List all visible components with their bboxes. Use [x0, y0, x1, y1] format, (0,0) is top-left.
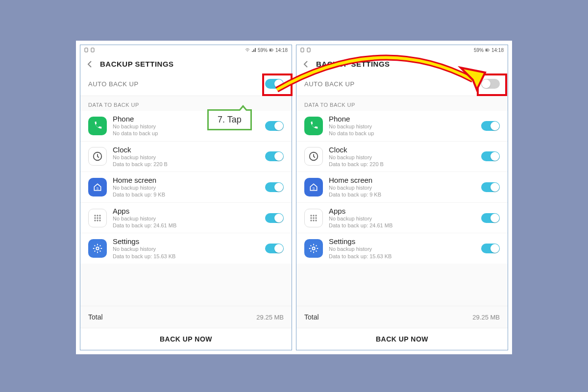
auto-backup-toggle[interactable]	[265, 79, 284, 89]
items-list: PhoneNo backup historyNo data to back up…	[80, 111, 292, 264]
svg-rect-0	[85, 48, 88, 52]
svg-point-24	[310, 215, 312, 216]
signal-icon	[251, 48, 256, 52]
item-sub1: No backup history	[329, 245, 481, 252]
auto-backup-label: AUTO BACK UP	[304, 80, 355, 88]
svg-text:S: S	[313, 187, 315, 190]
clock-time: 14:18	[491, 48, 504, 53]
svg-point-33	[312, 247, 315, 250]
item-toggle[interactable]	[481, 121, 500, 131]
status-bar: 59% 14:18	[296, 45, 508, 55]
backup-item: PhoneNo backup historyNo data to back up	[296, 111, 508, 141]
auto-backup-label: AUTO BACK UP	[88, 80, 139, 88]
screen-header: BACKUP SETTINGS	[296, 55, 508, 72]
backup-item: ClockNo backup historyData to back up: 2…	[80, 141, 292, 172]
svg-point-13	[94, 220, 96, 221]
svg-point-27	[310, 217, 312, 219]
item-title: Apps	[329, 207, 481, 215]
svg-rect-20	[489, 49, 489, 50]
item-sub2: Data to back up: 15.63 KB	[329, 253, 481, 260]
item-toggle[interactable]	[265, 182, 284, 192]
item-sub1: No backup history	[113, 215, 265, 222]
battery-icon	[485, 48, 490, 52]
sim-icon	[300, 48, 305, 52]
item-sub2: No data to back up	[329, 130, 481, 137]
svg-rect-18	[307, 48, 310, 52]
item-toggle[interactable]	[481, 151, 500, 161]
item-title: Home screen	[113, 176, 265, 184]
svg-point-26	[315, 215, 317, 216]
status-bar: 59% 14:18	[80, 45, 292, 55]
item-toggle[interactable]	[481, 182, 500, 192]
backup-item: SettingsNo backup historyData to back up…	[80, 233, 292, 264]
svg-point-14	[97, 220, 98, 221]
sim-icon	[84, 48, 89, 52]
backup-item: SHome screenNo backup historyData to bac…	[296, 172, 508, 202]
apps-icon	[88, 209, 107, 227]
item-sub1: No backup history	[113, 184, 265, 191]
backup-item: PhoneNo backup historyNo data to back up	[80, 111, 292, 141]
svg-rect-17	[301, 48, 304, 52]
item-sub2: No data to back up	[113, 130, 265, 137]
items-list: PhoneNo backup historyNo data to back up…	[296, 111, 508, 264]
auto-backup-toggle[interactable]	[481, 79, 500, 89]
item-sub1: No backup history	[329, 123, 481, 130]
battery-percent: 59%	[258, 48, 268, 53]
svg-point-11	[97, 217, 98, 219]
item-sub2: Data to back up: 24.61 MB	[113, 222, 265, 229]
svg-rect-4	[270, 49, 271, 50]
svg-point-9	[99, 215, 100, 216]
item-title: Settings	[329, 237, 481, 245]
svg-point-31	[313, 220, 314, 221]
item-title: Home screen	[329, 176, 481, 184]
item-title: Apps	[113, 207, 265, 215]
backup-item: AppsNo backup historyData to back up: 24…	[80, 202, 292, 233]
screen-header: BACKUP SETTINGS	[80, 55, 292, 72]
item-toggle[interactable]	[481, 213, 500, 223]
header-title: BACKUP SETTINGS	[100, 60, 286, 68]
home-icon: S	[88, 178, 107, 196]
auto-backup-row: AUTO BACK UP	[296, 72, 508, 96]
back-icon[interactable]	[86, 60, 94, 68]
svg-point-10	[94, 217, 96, 219]
wifi-icon	[245, 48, 250, 52]
phone-screen-right: 59% 14:18 BACKUP SETTINGS AUTO BACK UP D…	[296, 45, 508, 350]
item-toggle[interactable]	[265, 213, 284, 223]
item-toggle[interactable]	[265, 121, 284, 131]
item-sub2: Data to back up: 220 B	[113, 161, 265, 168]
phone-screen-left: 59% 14:18 BACKUP SETTINGS AUTO BACK UP D…	[80, 45, 292, 350]
item-sub1: No backup history	[113, 154, 265, 161]
item-toggle[interactable]	[481, 244, 500, 253]
home-icon: S	[304, 178, 323, 196]
item-sub2: Data to back up: 220 B	[329, 161, 481, 168]
total-row: Total 29.25 MB	[80, 306, 292, 328]
item-toggle[interactable]	[265, 151, 284, 161]
item-title: Clock	[113, 146, 265, 154]
svg-point-12	[99, 217, 100, 219]
svg-point-25	[313, 215, 314, 216]
svg-point-30	[310, 220, 312, 221]
clock-icon	[304, 147, 323, 166]
item-sub1: No backup history	[113, 245, 265, 252]
svg-rect-1	[91, 48, 94, 52]
total-label: Total	[304, 313, 319, 321]
backup-item: AppsNo backup historyData to back up: 24…	[296, 202, 508, 233]
item-title: Clock	[329, 146, 481, 154]
svg-point-15	[99, 220, 100, 221]
total-value: 29.25 MB	[256, 314, 284, 321]
auto-backup-row: AUTO BACK UP	[80, 72, 292, 96]
backup-now-button[interactable]: BACK UP NOW	[80, 328, 292, 350]
item-toggle[interactable]	[265, 244, 284, 253]
battery-icon	[269, 48, 274, 52]
item-sub2: Data to back up: 15.63 KB	[113, 253, 265, 260]
item-title: Phone	[113, 115, 265, 123]
back-icon[interactable]	[302, 60, 310, 68]
phone-icon	[304, 117, 323, 135]
sim-icon-2	[307, 48, 312, 52]
backup-item: ClockNo backup historyData to back up: 2…	[296, 141, 508, 172]
backup-item: SHome screenNo backup historyData to bac…	[80, 172, 292, 202]
svg-rect-3	[272, 49, 273, 50]
backup-now-button[interactable]: BACK UP NOW	[296, 328, 508, 350]
svg-point-8	[97, 215, 98, 216]
battery-percent: 59%	[474, 48, 484, 53]
